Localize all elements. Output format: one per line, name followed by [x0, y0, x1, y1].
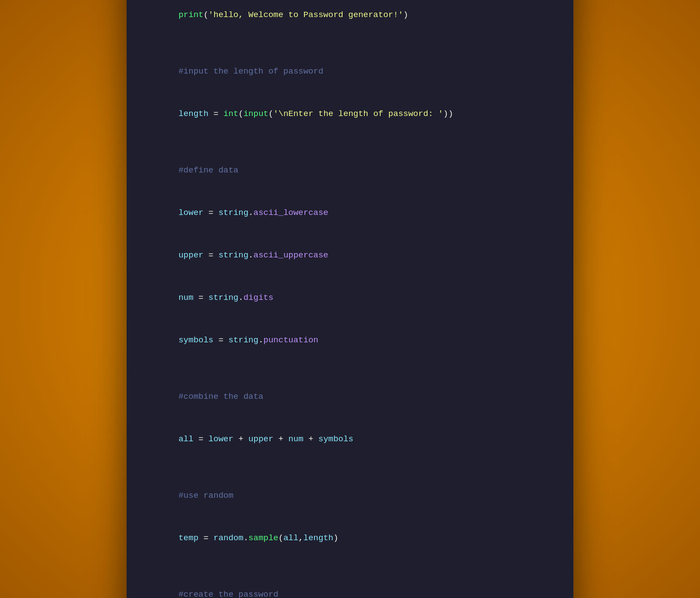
line-length: length = int(input('\nEnter the length o… [148, 93, 552, 135]
comment-combine: #combine the data [148, 375, 552, 418]
line-temp: temp = random.sample(all,length) [148, 517, 552, 559]
comment-length: #input the length of password [148, 50, 552, 93]
line-lower: lower = string.ascii_lowercase [148, 192, 552, 234]
code-window: #import the necessary modules! import ra… [127, 0, 573, 598]
line-num: num = string.digits [148, 276, 552, 319]
line-print-hello: print('hello, Welcome to Password genera… [148, 0, 552, 36]
line-symbols: symbols = string.punctuation [148, 319, 552, 361]
comment-random: #use random [148, 475, 552, 517]
line-upper: upper = string.ascii_uppercase [148, 234, 552, 277]
comment-define: #define data [148, 149, 552, 192]
code-editor: #import the necessary modules! import ra… [127, 0, 573, 598]
comment-create: #create the password [148, 573, 552, 598]
line-all: all = lower + upper + num + symbols [148, 418, 552, 460]
